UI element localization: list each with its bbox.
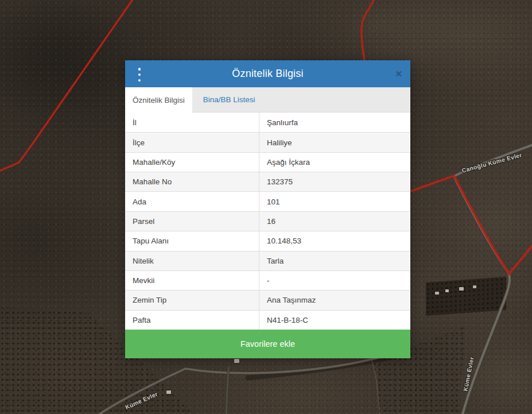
table-row: NitelikTarla (125, 251, 410, 270)
row-value: Şanlıurfa (259, 113, 410, 132)
tab-bina-bb-listesi[interactable]: Bina/BB Listesi (196, 87, 263, 112)
table-row: PaftaN41-B-18-C (125, 310, 410, 330)
table-row: Zemin TipAna Taşınmaz (125, 290, 410, 309)
table-row: İlŞanlıurfa (125, 113, 410, 132)
road (99, 357, 380, 414)
row-label: Pafta (125, 311, 259, 330)
parcel-boundary-line (0, 0, 133, 171)
table-row: Mahalle No132375 (125, 172, 410, 191)
row-label: İl (125, 113, 259, 132)
row-label: Ada (125, 192, 259, 211)
modal-header: Öznitelik Bilgisi ✕ (125, 60, 410, 87)
attribute-table: İlŞanlıurfaİlçeHaliliyeMahalle/KöyAşağı … (125, 113, 410, 330)
parcel-boundary-line (362, 0, 374, 61)
attribute-info-modal: Öznitelik Bilgisi ✕ Öznitelik Bilgisi Bi… (125, 60, 410, 358)
row-label: Zemin Tip (125, 291, 259, 309)
table-row: İlçeHaliliye (125, 132, 410, 152)
row-label: Mevkii (125, 271, 259, 290)
selected-parcel-outline (409, 176, 532, 274)
row-value: Haliliye (259, 133, 410, 152)
add-to-favorites-button[interactable]: Favorilere ekle (125, 330, 410, 358)
road-label: Küme Evler (124, 390, 158, 411)
road-label: Canoğlu Küme Evler (461, 151, 523, 174)
close-icon[interactable]: ✕ (395, 60, 402, 87)
tab-bar: Öznitelik Bilgisi Bina/BB Listesi (125, 87, 410, 113)
table-row: Parsel16 (125, 211, 410, 231)
row-label: Mahalle No (125, 172, 259, 191)
modal-title: Öznitelik Bilgisi (232, 68, 303, 80)
row-value: - (259, 271, 410, 290)
row-label: İlçe (125, 133, 259, 152)
row-label: Mahalle/Köy (125, 153, 259, 172)
table-row: Ada101 (125, 191, 410, 211)
row-label: Parsel (125, 212, 259, 231)
table-row: Mevkii- (125, 270, 410, 290)
row-value: Ana Taşınmaz (259, 291, 410, 309)
row-value: 101 (259, 192, 410, 211)
menu-icon[interactable] (135, 67, 144, 82)
table-row: Tapu Alanı10.148,53 (125, 231, 410, 250)
row-value: 16 (259, 212, 410, 231)
row-value: 10.148,53 (259, 231, 410, 250)
tab-oznitelik-bilgisi[interactable]: Öznitelik Bilgisi (125, 87, 192, 113)
row-value: Aşağı İçkara (259, 153, 410, 172)
row-label: Nitelik (125, 252, 259, 270)
table-row: Mahalle/KöyAşağı İçkara (125, 152, 410, 172)
row-value: Tarla (259, 252, 410, 270)
map-viewport[interactable]: Canoğlu Küme Evler Küme Evler Küme Evler… (0, 0, 532, 414)
row-label: Tapu Alanı (125, 231, 259, 250)
row-value: 132375 (259, 172, 410, 191)
row-value: N41-B-18-C (259, 311, 410, 330)
field-boundary (372, 361, 380, 414)
